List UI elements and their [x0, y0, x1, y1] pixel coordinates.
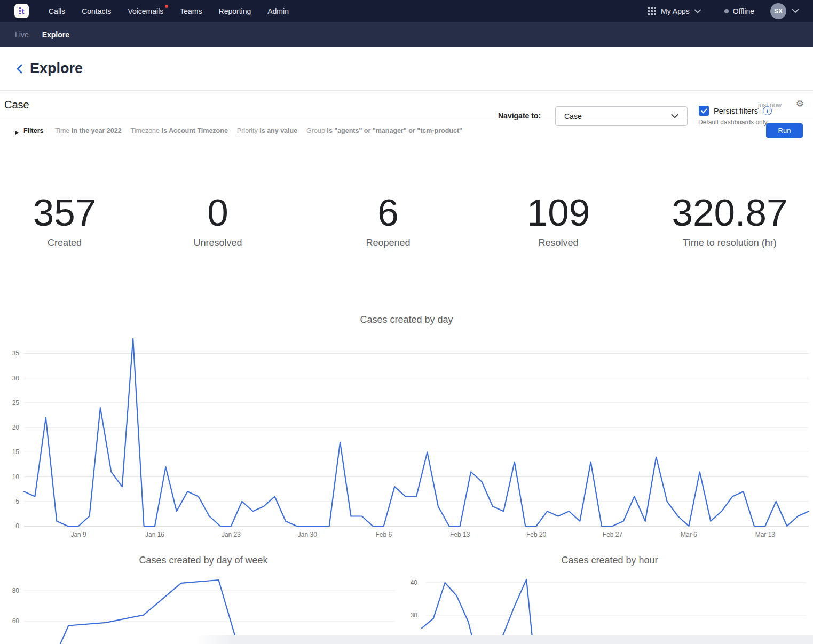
kpi-label: Reopened — [366, 237, 410, 249]
back-button[interactable] — [16, 64, 22, 74]
subnav-item-live[interactable]: Live — [15, 30, 29, 39]
apps-grid-icon — [648, 7, 656, 15]
kpi-value: 109 — [527, 190, 590, 236]
cases-by-day-chart[interactable]: 05101520253035Jan 9Jan 16Jan 23Jan 30Feb… — [0, 330, 813, 541]
kpi-label: Unresolved — [193, 237, 242, 249]
offline-dot-icon — [724, 9, 729, 13]
kpi-unresolved: 0Unresolved — [193, 190, 242, 249]
svg-text:0: 0 — [15, 522, 19, 530]
kpi-value: 6 — [366, 190, 410, 236]
filter-field: Group — [306, 127, 327, 134]
svg-text:30: 30 — [411, 611, 418, 619]
svg-text:Mar 13: Mar 13 — [755, 531, 776, 538]
chevron-down-icon — [694, 9, 701, 13]
notification-dot-icon — [165, 5, 168, 8]
kpi-label: Time to resolution (hr) — [672, 237, 787, 249]
filter-condition: is Account Timezone — [162, 127, 228, 134]
primary-nav: CallsContactsVoicemailsTeamsReportingAdm… — [49, 7, 289, 15]
filter-timezone[interactable]: Timezone is Account Timezone — [131, 127, 228, 134]
topnav-right: My Apps Offline SX — [648, 3, 799, 19]
filter-field: Time — [55, 127, 72, 134]
svg-text:35: 35 — [12, 349, 20, 357]
avatar-initials: SX — [774, 7, 783, 15]
nav-item-admin[interactable]: Admin — [267, 7, 289, 15]
filter-priority[interactable]: Priority is any value — [237, 127, 297, 134]
last-updated: just now — [758, 101, 782, 109]
top-navigation: t CallsContactsVoicemailsTeamsReportingA… — [0, 0, 813, 22]
svg-text:Jan 9: Jan 9 — [70, 531, 86, 538]
horizontal-scrollbar[interactable] — [195, 635, 813, 644]
explore-header: Explore Navigate to: Case Persist filter… — [0, 47, 813, 91]
account-chevron-down-icon[interactable] — [792, 9, 799, 13]
svg-text:5: 5 — [15, 498, 19, 505]
logo-dots-icon — [19, 7, 21, 14]
svg-text:Jan 16: Jan 16 — [145, 531, 164, 538]
secondary-nav: LiveExplore — [0, 22, 813, 47]
svg-text:Feb 6: Feb 6 — [375, 531, 392, 538]
svg-text:Feb 13: Feb 13 — [450, 531, 470, 538]
svg-text:80: 80 — [12, 587, 20, 594]
svg-text:Jan 23: Jan 23 — [222, 531, 241, 538]
logo-t-glyph: t — [22, 7, 25, 15]
kpi-label: Resolved — [527, 237, 590, 249]
gear-icon[interactable]: ⚙ — [796, 99, 804, 109]
filter-summary: Time in the year 2022Timezone is Account… — [55, 127, 462, 134]
kpi-resolved: 109Resolved — [527, 190, 590, 249]
svg-text:60: 60 — [12, 617, 20, 625]
filters-label[interactable]: Filters — [23, 127, 44, 134]
filter-condition: is "agents" or "manager" or "tcm-product… — [327, 127, 462, 134]
kpi-value: 357 — [33, 190, 96, 236]
nav-item-contacts[interactable]: Contacts — [82, 7, 111, 15]
svg-text:Jan 30: Jan 30 — [298, 531, 317, 538]
svg-text:30: 30 — [12, 375, 20, 382]
dashboard-title-bar: Case just now ⚙ — [0, 91, 813, 118]
nav-item-calls[interactable]: Calls — [49, 7, 65, 15]
my-apps-menu[interactable]: My Apps — [648, 7, 701, 15]
filter-condition: is any value — [259, 127, 297, 134]
kpi-value: 0 — [193, 190, 242, 236]
app-root: t CallsContactsVoicemailsTeamsReportingA… — [0, 0, 813, 644]
filter-time[interactable]: Time in the year 2022 — [55, 127, 122, 134]
svg-text:Feb 20: Feb 20 — [526, 531, 547, 538]
subnav-item-explore[interactable]: Explore — [42, 30, 69, 39]
svg-text:15: 15 — [12, 448, 20, 456]
nav-item-teams[interactable]: Teams — [180, 7, 202, 15]
filter-group[interactable]: Group is "agents" or "manager" or "tcm-p… — [306, 127, 462, 134]
svg-text:Feb 27: Feb 27 — [603, 531, 623, 538]
kpi-value: 320.87 — [672, 190, 787, 236]
filter-field: Timezone — [131, 127, 162, 134]
svg-text:25: 25 — [12, 399, 20, 407]
svg-text:Mar 6: Mar 6 — [681, 531, 697, 538]
svg-text:20: 20 — [12, 424, 20, 431]
kpi-reopened: 6Reopened — [366, 190, 410, 249]
status-label: Offline — [733, 7, 754, 15]
filter-bar: Filters Time in the year 2022Timezone is… — [0, 118, 813, 147]
nav-item-voicemails[interactable]: Voicemails — [128, 7, 163, 15]
status-indicator[interactable]: Offline — [724, 7, 754, 15]
filters-expand-caret-icon[interactable] — [15, 131, 19, 135]
dashboard-title: Case — [4, 99, 29, 111]
svg-text:40: 40 — [411, 579, 418, 586]
chart-title-cases-by-day: Cases created by day — [0, 314, 813, 325]
svg-text:10: 10 — [12, 473, 20, 481]
filter-condition: in the year 2022 — [72, 127, 122, 134]
kpi-label: Created — [33, 237, 96, 249]
nav-item-reporting[interactable]: Reporting — [219, 7, 251, 15]
page-title: Explore — [30, 60, 83, 77]
kpi-time-to-resolution-hr-: 320.87Time to resolution (hr) — [672, 190, 787, 249]
kpi-created: 357Created — [33, 190, 96, 249]
talkdesk-logo[interactable]: t — [14, 4, 29, 18]
avatar[interactable]: SX — [770, 3, 786, 19]
filter-field: Priority — [237, 127, 259, 134]
run-button[interactable]: Run — [766, 123, 803, 138]
my-apps-label: My Apps — [661, 7, 690, 15]
bottom-charts[interactable]: 60803040 — [0, 550, 813, 644]
